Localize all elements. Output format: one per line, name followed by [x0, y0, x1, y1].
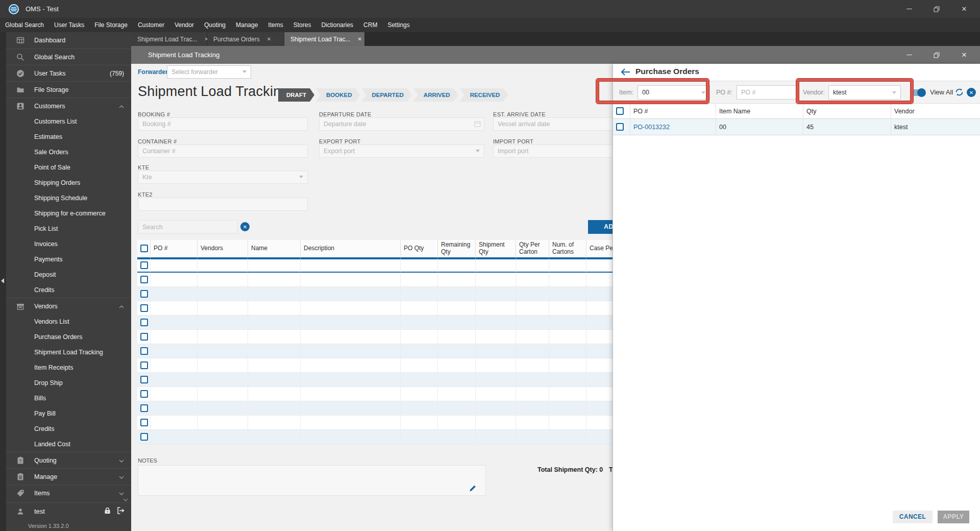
table-row[interactable] — [137, 416, 648, 430]
tab-close-icon[interactable]: ✕ — [267, 36, 271, 42]
sidebar-item-user-tasks[interactable]: User Tasks (759) — [6, 65, 131, 81]
table-row[interactable] — [137, 401, 648, 416]
select-all-checkbox[interactable] — [140, 245, 148, 252]
row-checkbox[interactable] — [140, 276, 148, 283]
search-clear-icon[interactable]: ✕ — [240, 222, 250, 231]
menu-stores[interactable]: Stores — [288, 18, 316, 32]
sidebar-item-customers-list[interactable]: Customers List — [6, 114, 131, 129]
row-checkbox[interactable] — [140, 419, 148, 426]
sidebar-item-quoting[interactable]: ? Quoting — [6, 452, 131, 468]
menu-customer[interactable]: Customer — [133, 18, 169, 32]
po-col-qty[interactable]: Qty — [803, 104, 891, 119]
row-checkbox[interactable] — [140, 261, 148, 269]
status-received[interactable]: RECEIVED — [460, 88, 508, 102]
menu-quoting[interactable]: Quoting — [199, 18, 231, 32]
row-checkbox[interactable] — [140, 319, 148, 326]
table-row[interactable] — [137, 258, 648, 273]
sidebar-item-credits[interactable]: Credits — [6, 282, 131, 298]
col-num-of-cartons[interactable]: Num. of Cartons — [549, 240, 586, 258]
sidebar-item-invoices[interactable]: Invoices — [6, 236, 131, 252]
sidebar-collapse-arrow-icon[interactable] — [1, 278, 4, 283]
col-qty-per-carton[interactable]: Qty Per Carton — [516, 240, 549, 258]
col-po[interactable]: PO # — [151, 240, 198, 258]
export-port-select[interactable]: Export port — [319, 144, 484, 158]
departure-date-input[interactable] — [319, 117, 484, 131]
col-vendors[interactable]: Vendors — [198, 240, 248, 258]
sidebar-item-customers[interactable]: Customers — [6, 98, 131, 114]
notes-textarea[interactable] — [138, 465, 486, 496]
po-number-link[interactable]: PO-0013232 — [633, 124, 670, 131]
col-shipment-qty[interactable]: Shipment Qty — [476, 240, 516, 258]
row-checkbox[interactable] — [140, 333, 148, 341]
po-filter-input[interactable] — [737, 85, 797, 100]
tab-shipment-load-tracking-1[interactable]: Shipment Load Trac... ✕ — [131, 32, 207, 46]
table-row[interactable] — [137, 301, 648, 316]
inner-close-button[interactable]: ✕ — [952, 46, 976, 64]
status-departed[interactable]: DEPARTED — [361, 88, 411, 102]
row-checkbox[interactable] — [140, 376, 148, 383]
sidebar-item-landed-cost[interactable]: Landed Cost — [6, 437, 131, 452]
window-minimize-button[interactable] — [897, 0, 921, 18]
col-description[interactable]: Description — [301, 240, 401, 258]
sidebar-item-items[interactable]: Items — [6, 485, 131, 501]
col-po-qty[interactable]: PO Qty — [401, 240, 438, 258]
status-arrived[interactable]: ARRIVED — [413, 88, 458, 102]
row-checkbox[interactable] — [140, 390, 148, 398]
po-select-all-checkbox[interactable] — [616, 107, 624, 115]
menu-vendor[interactable]: Vendor — [169, 18, 199, 32]
sidebar-item-pay-bill[interactable]: Pay Bill — [6, 406, 131, 421]
col-remaining-qty[interactable]: Remaining Qty — [438, 240, 476, 258]
menu-dictionaries[interactable]: Dictionaries — [316, 18, 358, 32]
panel-close-icon[interactable]: ✕ — [967, 88, 976, 97]
back-arrow-icon[interactable] — [620, 68, 630, 76]
tab-close-icon[interactable]: ✕ — [357, 36, 361, 42]
table-row[interactable] — [137, 387, 648, 401]
tab-purchase-orders[interactable]: Purchase Orders ✕ — [207, 32, 284, 46]
menu-manage[interactable]: Manage — [231, 18, 263, 32]
sidebar-item-payments[interactable]: Payments — [6, 252, 131, 267]
sidebar-item-vendors[interactable]: Vendors — [6, 298, 131, 314]
sidebar-item-shipping-ecommerce[interactable]: Shipping for e-commerce — [6, 206, 131, 221]
row-checkbox[interactable] — [140, 290, 148, 298]
po-col-po[interactable]: PO # — [630, 104, 716, 119]
sidebar-item-vendor-credits[interactable]: Credits — [6, 421, 131, 437]
kte2-input[interactable] — [138, 198, 308, 211]
import-port-input[interactable] — [493, 144, 621, 158]
sidebar-item-deposit[interactable]: Deposit — [6, 267, 131, 282]
po-table-row[interactable]: PO-0013232 00 45 ktest — [613, 119, 980, 135]
sidebar-item-manage[interactable]: Manage — [6, 468, 131, 485]
inner-restore-button[interactable] — [925, 46, 948, 64]
table-row[interactable] — [137, 373, 648, 387]
menu-user-tasks[interactable]: User Tasks — [49, 18, 89, 32]
col-name[interactable]: Name — [248, 240, 301, 258]
container-input[interactable] — [138, 144, 308, 158]
sidebar-item-drop-ship[interactable]: Drop Ship — [6, 375, 131, 391]
edit-pencil-icon[interactable] — [468, 484, 477, 493]
po-col-item-name[interactable]: Item Name — [716, 104, 803, 119]
sidebar-item-bills[interactable]: Bills — [6, 391, 131, 406]
booking-input[interactable] — [138, 117, 308, 131]
sidebar-item-pick-list[interactable]: Pick List — [6, 221, 131, 236]
table-row[interactable] — [137, 273, 648, 287]
table-row[interactable] — [137, 358, 648, 373]
logout-icon[interactable] — [117, 507, 125, 516]
status-booked[interactable]: BOOKED — [316, 88, 360, 102]
sidebar-item-estimates[interactable]: Estimates — [6, 129, 131, 144]
po-col-vendor[interactable]: Vendor — [891, 104, 980, 119]
sidebar-item-shipping-schedule[interactable]: Shipping Schedule — [6, 190, 131, 206]
sidebar-item-vendors-list[interactable]: Vendors List — [6, 314, 131, 329]
sidebar-item-global-search[interactable]: Global Search — [6, 49, 131, 65]
window-close-button[interactable]: ✕ — [952, 0, 976, 18]
po-row-checkbox[interactable] — [616, 123, 624, 131]
cancel-button[interactable]: CANCEL — [893, 511, 933, 523]
table-row[interactable] — [137, 316, 648, 330]
sidebar-item-shipment-load-tracking[interactable]: Shipment Load Tracking — [6, 345, 131, 360]
menu-settings[interactable]: Settings — [382, 18, 414, 32]
row-checkbox[interactable] — [140, 347, 148, 355]
menu-global-search[interactable]: Global Search — [0, 18, 49, 32]
search-input[interactable] — [138, 220, 238, 234]
table-row[interactable] — [137, 344, 648, 358]
sidebar-item-item-receipts[interactable]: Item Receipts — [6, 360, 131, 375]
table-row[interactable] — [137, 287, 648, 301]
row-checkbox[interactable] — [140, 404, 148, 412]
